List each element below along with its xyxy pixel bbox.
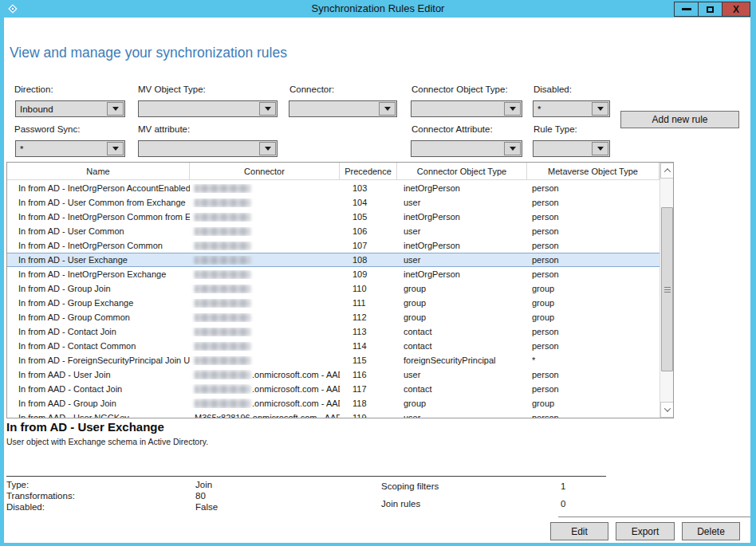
cell-connector-object-type: user	[397, 370, 527, 379]
cell-precedence: 114	[340, 341, 397, 351]
chevron-down-icon	[592, 142, 608, 155]
table-row[interactable]: In from AD - InetOrgPerson AccountEnable…	[7, 181, 660, 195]
export-button[interactable]: Export	[616, 522, 675, 540]
redacted-connector-blur	[195, 328, 250, 336]
mv-attribute-dropdown[interactable]	[138, 140, 278, 157]
cell-connector	[190, 184, 340, 193]
cell-connector-object-type: inetOrgPerson	[397, 212, 527, 222]
cell-metaverse-object-type: person	[527, 269, 660, 279]
mv-object-type-dropdown[interactable]	[138, 100, 278, 117]
detail-label-transformations: Transformations:	[6, 491, 75, 501]
table-row[interactable]: In from AD - Group Exchange 111 group gr…	[7, 296, 660, 310]
redacted-connector-blur	[195, 371, 250, 379]
table-row[interactable]: In from AD - Contact Common 114 contact …	[7, 339, 660, 353]
cell-metaverse-object-type: person	[527, 226, 660, 236]
table-row[interactable]: In from AD - InetOrgPerson Exchange 109 …	[7, 267, 660, 281]
cell-precedence: 119	[340, 413, 397, 418]
connector-object-type-dropdown[interactable]	[411, 100, 522, 117]
rules-table-body: In from AD - InetOrgPerson AccountEnable…	[7, 181, 660, 418]
table-row[interactable]: In from AAD - Contact Join .onmicrosoft.…	[7, 382, 660, 396]
chevron-down-icon	[379, 102, 396, 116]
add-new-rule-button[interactable]: Add new rule	[620, 111, 739, 128]
table-row[interactable]: In from AAD - Group Join .onmicrosoft.co…	[7, 396, 660, 410]
cell-precedence: 111	[340, 298, 397, 308]
table-row[interactable]: In from AD - User Common from Exchange 1…	[7, 195, 660, 210]
scrollbar-thumb[interactable]	[661, 207, 673, 371]
delete-button[interactable]: Delete	[682, 522, 740, 540]
redacted-connector-blur	[195, 299, 250, 308]
redacted-connector-blur	[195, 227, 250, 236]
cell-precedence: 118	[340, 399, 397, 408]
cell-connector	[190, 227, 340, 236]
connector-dropdown[interactable]	[289, 100, 397, 117]
cell-metaverse-object-type: group	[527, 399, 660, 408]
cell-name: In from AD - InetOrgPerson AccountEnable…	[7, 183, 190, 193]
table-row[interactable]: In from AD - InetOrgPerson Common from E…	[7, 210, 660, 224]
maximize-icon	[707, 6, 714, 13]
edit-button[interactable]: Edit	[550, 522, 608, 540]
rule-type-dropdown[interactable]	[533, 140, 610, 157]
cell-name: In from AAD - User NGCKey	[7, 413, 190, 418]
redacted-connector-blur	[195, 242, 250, 250]
table-row[interactable]: In from AAD - User Join .onmicrosoft.com…	[7, 367, 660, 382]
connector-attribute-dropdown[interactable]	[411, 140, 522, 157]
redacted-connector-blur	[195, 399, 250, 408]
cell-precedence: 117	[340, 384, 397, 394]
detail-value-type: Join	[195, 480, 212, 489]
table-row[interactable]: In from AD - InetOrgPerson Common 107 in…	[7, 238, 660, 253]
cell-connector-object-type: user	[397, 226, 527, 236]
redacted-connector-blur	[195, 385, 250, 394]
cell-connector-object-type: group	[397, 399, 527, 408]
cell-connector	[190, 313, 340, 322]
table-row[interactable]: In from AD - ForeignSecurityPrincipal Jo…	[7, 353, 660, 367]
direction-dropdown[interactable]: Inbound	[15, 100, 125, 117]
column-header-name[interactable]: Name	[7, 163, 190, 179]
table-row[interactable]: In from AD - Group Join 110 group group	[7, 281, 660, 296]
redacted-connector-blur	[195, 213, 250, 222]
cell-connector-object-type: user	[397, 413, 527, 418]
cell-name: In from AD - Group Join	[7, 284, 190, 293]
detail-label-scoping-filters: Scoping filters	[381, 481, 439, 491]
table-row[interactable]: In from AAD - User NGCKey M365x828196.on…	[7, 410, 660, 418]
detail-value-disabled: False	[195, 502, 218, 512]
table-row[interactable]: In from AD - Group Common 112 group grou…	[7, 310, 660, 324]
cell-connector-object-type: group	[397, 284, 527, 293]
column-header-precedence[interactable]: Precedence	[340, 163, 397, 179]
table-row[interactable]: In from AD - Contact Join 113 contact pe…	[7, 324, 660, 339]
disabled-dropdown[interactable]: *	[533, 100, 610, 117]
cell-metaverse-object-type: group	[527, 312, 660, 322]
vertical-scrollbar[interactable]	[660, 163, 673, 418]
content-area: View and manage your synchronization rul…	[4, 18, 750, 543]
rules-table-header: Name Connector Precedence Connector Obje…	[7, 163, 660, 180]
cell-precedence: 108	[340, 255, 397, 265]
filter-label-connector: Connector:	[289, 84, 334, 94]
cell-connector-object-type: group	[397, 312, 527, 322]
column-header-metaverse-object-type[interactable]: Metaverse Object Type	[527, 163, 660, 179]
minimize-button[interactable]	[674, 2, 699, 17]
cell-connector: .onmicrosoft.com - AAD	[190, 370, 340, 379]
cell-precedence: 107	[340, 241, 397, 250]
table-row[interactable]: In from AD - User Common 106 user person	[7, 224, 660, 238]
table-row[interactable]: In from AD - User Exchange 108 user pers…	[7, 253, 660, 267]
buttons-divider	[558, 517, 750, 517]
column-header-connector[interactable]: Connector	[190, 163, 340, 179]
maximize-button[interactable]	[698, 2, 723, 17]
redacted-connector-blur	[195, 285, 250, 293]
cell-precedence: 106	[340, 226, 397, 236]
cell-name: In from AAD - Group Join	[7, 399, 190, 408]
cell-precedence: 104	[340, 198, 397, 207]
scrollbar-grip-icon	[664, 287, 671, 293]
detail-value-scoping-filters: 1	[561, 481, 565, 491]
chevron-down-icon	[259, 142, 276, 155]
column-header-connector-object-type[interactable]: Connector Object Type	[397, 163, 527, 179]
cell-connector	[190, 242, 340, 250]
cell-connector-object-type: inetOrgPerson	[397, 241, 527, 250]
password-sync-dropdown[interactable]: *	[15, 140, 125, 157]
cell-name: In from AAD - Contact Join	[7, 384, 190, 394]
close-button[interactable]: X	[722, 2, 750, 17]
cell-metaverse-object-type: person	[527, 327, 660, 336]
scroll-up-button[interactable]	[660, 163, 674, 179]
detail-label-type: Type:	[6, 480, 29, 489]
scroll-down-button[interactable]	[660, 402, 674, 418]
detail-divider	[6, 476, 606, 477]
